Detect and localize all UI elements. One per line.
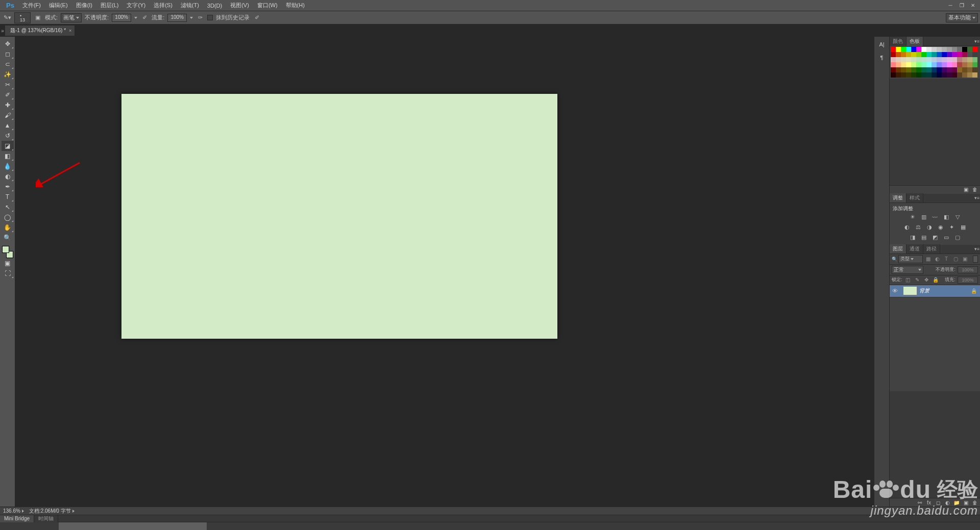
lock-all-icon[interactable]: 🔒 (932, 276, 939, 284)
menu-file[interactable]: 文件(F) (18, 0, 45, 11)
history-brush-tool[interactable]: ↺ (2, 131, 14, 141)
horizontal-scrollbar[interactable] (0, 522, 980, 530)
swatch-cell[interactable] (957, 72, 962, 78)
gradient-map-adjust-icon[interactable]: ▭ (943, 234, 950, 241)
gradient-tool[interactable]: ◧ (2, 151, 14, 161)
swatch-cell[interactable] (906, 52, 911, 57)
swatch-cell[interactable] (947, 47, 952, 52)
path-selection-tool[interactable]: ↖ (2, 202, 14, 212)
swatch-cell[interactable] (972, 47, 977, 52)
menu-select[interactable]: 选择(S) (150, 0, 177, 11)
swatch-cell[interactable] (937, 62, 942, 67)
color-lookup-adjust-icon[interactable]: ▦ (960, 224, 967, 231)
adjustments-panel-menu-icon[interactable]: ▾≡ (974, 195, 980, 200)
tab-channels[interactable]: 通道 (906, 244, 923, 254)
document-canvas[interactable] (121, 94, 557, 339)
lasso-tool[interactable]: ⊂ (2, 59, 14, 69)
swatch-cell[interactable] (901, 57, 906, 62)
dodge-tool[interactable]: ◐ (2, 171, 14, 182)
menu-3d[interactable]: 3D(D) (203, 1, 226, 10)
swatch-cell[interactable] (916, 52, 921, 57)
zoom-level[interactable]: 136.6% (3, 508, 24, 514)
swatch-cell[interactable] (962, 57, 967, 62)
menu-type[interactable]: 文字(Y) (122, 0, 150, 11)
swatch-cell[interactable] (911, 47, 916, 52)
filter-adjust-icon[interactable]: ◐ (933, 256, 941, 263)
layer-mask-icon[interactable]: ◻ (935, 499, 941, 506)
swatch-cell[interactable] (967, 72, 972, 78)
swatch-cell[interactable] (952, 47, 957, 52)
swatch-cell[interactable] (896, 47, 901, 52)
swatch-cell[interactable] (896, 62, 901, 67)
tab-paths[interactable]: 路径 (923, 244, 940, 254)
swatch-cell[interactable] (942, 52, 947, 57)
tab-adjustments[interactable]: 调整 (890, 193, 906, 203)
menu-image[interactable]: 图像(I) (72, 0, 96, 11)
swatch-cell[interactable] (926, 57, 932, 62)
hand-tool[interactable]: ✋ (2, 222, 14, 233)
menu-edit[interactable]: 编辑(E) (45, 0, 72, 11)
menu-window[interactable]: 窗口(W) (253, 0, 282, 11)
swatch-cell[interactable] (947, 57, 952, 62)
swatch-cell[interactable] (911, 72, 916, 78)
swatch-cell[interactable] (926, 67, 932, 72)
new-fill-adjust-icon[interactable]: ◐ (944, 499, 950, 506)
swatch-cell[interactable] (932, 47, 937, 52)
minimize-button[interactable]: ─ (945, 2, 955, 9)
swatch-cell[interactable] (942, 72, 947, 78)
lock-image-icon[interactable]: ✎ (914, 276, 921, 284)
swatch-cell[interactable] (896, 72, 901, 78)
layer-style-icon[interactable]: fx (926, 499, 932, 506)
swatch-cell[interactable] (937, 67, 942, 72)
swatch-cell[interactable] (906, 72, 911, 78)
eyedropper-tool[interactable]: ✐ (2, 90, 14, 100)
healing-brush-tool[interactable]: ✚ (2, 100, 14, 110)
crop-tool[interactable]: ✂ (2, 80, 14, 90)
swatch-cell[interactable] (957, 52, 962, 57)
swatch-cell[interactable] (967, 47, 972, 52)
layer-kind-select[interactable]: 类型 (898, 255, 923, 263)
swatch-cell[interactable] (947, 52, 952, 57)
new-group-icon[interactable]: 📁 (953, 499, 960, 506)
new-layer-icon[interactable]: ▣ (963, 499, 969, 506)
threshold-adjust-icon[interactable]: ◩ (932, 234, 939, 241)
swatch-cell[interactable] (916, 72, 921, 78)
swatch-cell[interactable] (932, 62, 937, 67)
curves-adjust-icon[interactable]: 〰 (932, 214, 939, 221)
swatch-cell[interactable] (891, 47, 896, 52)
swatch-cell[interactable] (901, 72, 906, 78)
layer-name-label[interactable]: 背景 (919, 287, 929, 294)
blend-mode-dropdown[interactable]: 画笔 (61, 13, 82, 22)
foreground-color-swatch[interactable] (2, 246, 9, 253)
swatch-cell[interactable] (957, 62, 962, 67)
swatch-cell[interactable] (972, 72, 977, 78)
swatches-grid[interactable] (890, 46, 980, 79)
flow-slider-toggle[interactable] (190, 17, 193, 19)
menu-filter[interactable]: 滤镜(T) (177, 0, 203, 11)
layer-thumbnail[interactable] (903, 286, 917, 295)
clone-stamp-tool[interactable]: ▲ (2, 120, 14, 131)
brightness-adjust-icon[interactable]: ☀ (909, 214, 916, 221)
swatch-cell[interactable] (952, 62, 957, 67)
menu-help[interactable]: 帮助(H) (282, 0, 309, 11)
swatch-cell[interactable] (972, 67, 977, 72)
swatch-cell[interactable] (906, 67, 911, 72)
layer-opacity-input[interactable]: 100% (958, 266, 978, 273)
tab-swatches[interactable]: 色板 (906, 37, 923, 46)
menu-layer[interactable]: 图层(L) (96, 0, 122, 11)
type-tool[interactable]: T (2, 192, 14, 202)
close-tab-icon[interactable]: × (69, 28, 71, 33)
shape-tool[interactable]: ◯ (2, 212, 14, 222)
bw-adjust-icon[interactable]: ◑ (926, 224, 933, 231)
swatch-cell[interactable] (942, 67, 947, 72)
flow-input[interactable]: 100% (167, 14, 187, 22)
swatch-cell[interactable] (967, 57, 972, 62)
swatch-cell[interactable] (911, 62, 916, 67)
magic-wand-tool[interactable]: ✨ (2, 69, 14, 80)
swatch-cell[interactable] (952, 57, 957, 62)
color-panel-menu-icon[interactable]: ▾≡ (974, 39, 980, 44)
swatch-cell[interactable] (891, 62, 896, 67)
swatch-cell[interactable] (962, 72, 967, 78)
swatch-cell[interactable] (921, 52, 926, 57)
scrollbar-thumb[interactable] (59, 522, 207, 530)
